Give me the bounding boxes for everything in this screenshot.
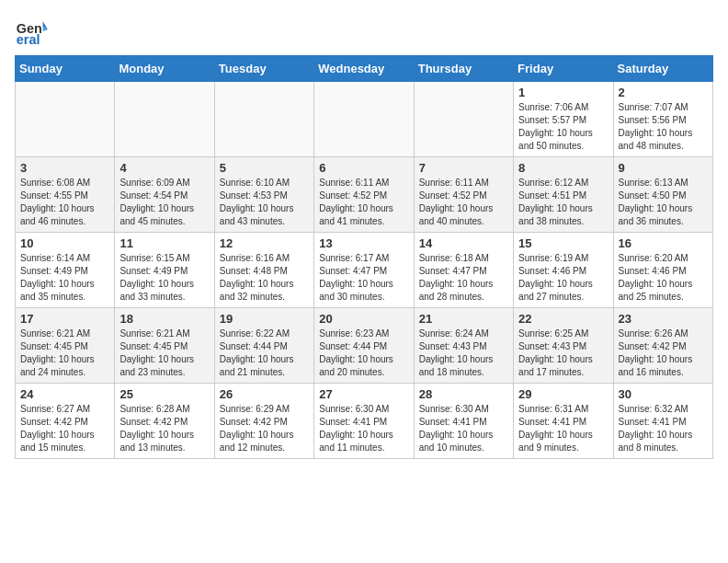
day-number: 30 [619,387,708,401]
calendar-day-cell: 24Sunrise: 6:27 AM Sunset: 4:42 PM Dayli… [16,384,115,459]
weekday-header-row: SundayMondayTuesdayWednesdayThursdayFrid… [16,56,713,82]
calendar-day-cell: 14Sunrise: 6:18 AM Sunset: 4:47 PM Dayli… [414,233,513,308]
day-info: Sunrise: 6:19 AM Sunset: 4:46 PM Dayligh… [518,252,608,304]
day-number: 11 [119,236,209,250]
weekday-header-monday: Monday [115,56,214,82]
calendar-day-cell: 21Sunrise: 6:24 AM Sunset: 4:43 PM Dayli… [414,308,513,384]
calendar-day-cell: 3Sunrise: 6:08 AM Sunset: 4:55 PM Daylig… [16,157,115,233]
calendar-day-cell: 17Sunrise: 6:21 AM Sunset: 4:45 PM Dayli… [16,308,115,384]
weekday-header-friday: Friday [514,56,613,82]
weekday-header-wednesday: Wednesday [314,56,414,82]
calendar-day-cell: 15Sunrise: 6:19 AM Sunset: 4:46 PM Dayli… [514,233,613,308]
day-number: 2 [619,86,708,99]
calendar-day-cell: 7Sunrise: 6:11 AM Sunset: 4:52 PM Daylig… [414,157,513,233]
day-number: 15 [518,236,608,250]
calendar-day-cell: 25Sunrise: 6:28 AM Sunset: 4:42 PM Dayli… [115,384,214,459]
day-info: Sunrise: 6:11 AM Sunset: 4:52 PM Dayligh… [319,177,408,228]
calendar-day-cell: 16Sunrise: 6:20 AM Sunset: 4:46 PM Dayli… [613,233,712,308]
day-info: Sunrise: 7:06 AM Sunset: 5:57 PM Dayligh… [518,101,608,153]
day-number: 17 [20,312,109,326]
day-info: Sunrise: 6:13 AM Sunset: 4:50 PM Dayligh… [619,177,708,228]
day-number: 16 [619,236,708,250]
calendar-week-row: 17Sunrise: 6:21 AM Sunset: 4:45 PM Dayli… [16,308,713,384]
calendar-day-cell: 30Sunrise: 6:32 AM Sunset: 4:41 PM Dayli… [613,384,712,459]
weekday-header-saturday: Saturday [613,56,712,82]
calendar-week-row: 10Sunrise: 6:14 AM Sunset: 4:49 PM Dayli… [16,233,713,308]
calendar-day-cell: 26Sunrise: 6:29 AM Sunset: 4:42 PM Dayli… [214,384,313,459]
calendar-day-cell [214,82,313,157]
day-info: Sunrise: 6:26 AM Sunset: 4:42 PM Dayligh… [619,327,708,379]
calendar-day-cell: 1Sunrise: 7:06 AM Sunset: 5:57 PM Daylig… [514,82,613,157]
day-number: 8 [518,161,608,175]
day-info: Sunrise: 6:24 AM Sunset: 4:43 PM Dayligh… [419,327,508,379]
day-info: Sunrise: 6:22 AM Sunset: 4:44 PM Dayligh… [220,327,309,379]
calendar-day-cell: 10Sunrise: 6:14 AM Sunset: 4:49 PM Dayli… [16,233,115,308]
day-number: 20 [319,312,408,326]
day-number: 7 [419,161,508,175]
day-number: 1 [518,86,608,99]
calendar-week-row: 3Sunrise: 6:08 AM Sunset: 4:55 PM Daylig… [16,157,713,233]
calendar-day-cell: 11Sunrise: 6:15 AM Sunset: 4:49 PM Dayli… [115,233,214,308]
day-info: Sunrise: 6:30 AM Sunset: 4:41 PM Dayligh… [419,403,508,454]
day-info: Sunrise: 6:23 AM Sunset: 4:44 PM Dayligh… [319,327,408,379]
day-number: 14 [419,236,508,250]
day-number: 18 [119,312,209,326]
calendar-day-cell [414,82,513,157]
day-info: Sunrise: 6:32 AM Sunset: 4:41 PM Dayligh… [619,403,708,454]
day-info: Sunrise: 6:28 AM Sunset: 4:42 PM Dayligh… [119,403,209,454]
day-info: Sunrise: 6:27 AM Sunset: 4:42 PM Dayligh… [20,403,109,454]
svg-text:eral: eral [17,32,40,47]
calendar-day-cell: 6Sunrise: 6:11 AM Sunset: 4:52 PM Daylig… [314,157,414,233]
day-info: Sunrise: 6:21 AM Sunset: 4:45 PM Dayligh… [119,327,209,379]
day-number: 10 [20,236,109,250]
calendar-day-cell: 4Sunrise: 6:09 AM Sunset: 4:54 PM Daylig… [115,157,214,233]
calendar-day-cell: 8Sunrise: 6:12 AM Sunset: 4:51 PM Daylig… [514,157,613,233]
day-info: Sunrise: 6:16 AM Sunset: 4:48 PM Dayligh… [220,252,309,304]
day-info: Sunrise: 6:18 AM Sunset: 4:47 PM Dayligh… [419,252,508,304]
day-number: 29 [518,387,608,401]
calendar-day-cell: 9Sunrise: 6:13 AM Sunset: 4:50 PM Daylig… [613,157,712,233]
day-info: Sunrise: 6:20 AM Sunset: 4:46 PM Dayligh… [619,252,708,304]
calendar-day-cell: 22Sunrise: 6:25 AM Sunset: 4:43 PM Dayli… [514,308,613,384]
logo: Gen eral [15,15,51,48]
logo-icon: Gen eral [15,15,48,48]
day-info: Sunrise: 6:08 AM Sunset: 4:55 PM Dayligh… [20,177,109,228]
calendar-day-cell: 28Sunrise: 6:30 AM Sunset: 4:41 PM Dayli… [414,384,513,459]
calendar-week-row: 24Sunrise: 6:27 AM Sunset: 4:42 PM Dayli… [16,384,713,459]
calendar-day-cell: 19Sunrise: 6:22 AM Sunset: 4:44 PM Dayli… [214,308,313,384]
calendar-week-row: 1Sunrise: 7:06 AM Sunset: 5:57 PM Daylig… [16,82,713,157]
calendar-day-cell: 18Sunrise: 6:21 AM Sunset: 4:45 PM Dayli… [115,308,214,384]
day-number: 27 [319,387,408,401]
day-number: 12 [220,236,309,250]
day-number: 5 [220,161,309,175]
day-info: Sunrise: 6:17 AM Sunset: 4:47 PM Dayligh… [319,252,408,304]
day-info: Sunrise: 6:11 AM Sunset: 4:52 PM Dayligh… [419,177,508,228]
day-info: Sunrise: 6:25 AM Sunset: 4:43 PM Dayligh… [518,327,608,379]
calendar-day-cell: 2Sunrise: 7:07 AM Sunset: 5:56 PM Daylig… [613,82,712,157]
calendar-day-cell [314,82,414,157]
day-info: Sunrise: 6:15 AM Sunset: 4:49 PM Dayligh… [119,252,209,304]
day-number: 26 [220,387,309,401]
weekday-header-thursday: Thursday [414,56,513,82]
calendar-day-cell: 12Sunrise: 6:16 AM Sunset: 4:48 PM Dayli… [214,233,313,308]
calendar-table: SundayMondayTuesdayWednesdayThursdayFrid… [15,55,713,459]
day-number: 6 [319,161,408,175]
day-info: Sunrise: 6:21 AM Sunset: 4:45 PM Dayligh… [20,327,109,379]
calendar-day-cell [16,82,115,157]
day-number: 21 [419,312,508,326]
calendar-day-cell: 13Sunrise: 6:17 AM Sunset: 4:47 PM Dayli… [314,233,414,308]
day-number: 28 [419,387,508,401]
page-header: Gen eral [15,15,713,48]
calendar-day-cell: 29Sunrise: 6:31 AM Sunset: 4:41 PM Dayli… [514,384,613,459]
day-info: Sunrise: 6:09 AM Sunset: 4:54 PM Dayligh… [119,177,209,228]
day-number: 23 [619,312,708,326]
day-info: Sunrise: 6:30 AM Sunset: 4:41 PM Dayligh… [319,403,408,454]
weekday-header-tuesday: Tuesday [214,56,313,82]
day-info: Sunrise: 6:14 AM Sunset: 4:49 PM Dayligh… [20,252,109,304]
calendar-day-cell: 27Sunrise: 6:30 AM Sunset: 4:41 PM Dayli… [314,384,414,459]
weekday-header-sunday: Sunday [16,56,115,82]
day-info: Sunrise: 7:07 AM Sunset: 5:56 PM Dayligh… [619,101,708,153]
day-number: 25 [119,387,209,401]
day-info: Sunrise: 6:29 AM Sunset: 4:42 PM Dayligh… [220,403,309,454]
day-number: 9 [619,161,708,175]
